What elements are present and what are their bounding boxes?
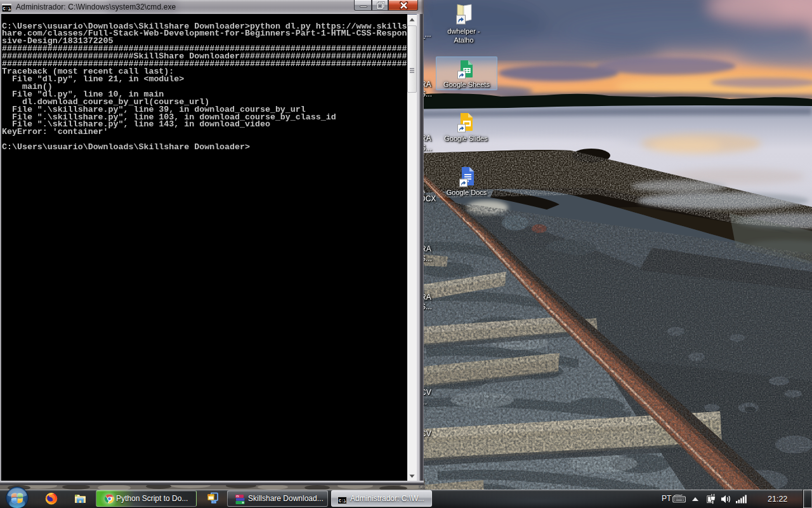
svg-text:C:\: C:\ <box>339 499 346 504</box>
